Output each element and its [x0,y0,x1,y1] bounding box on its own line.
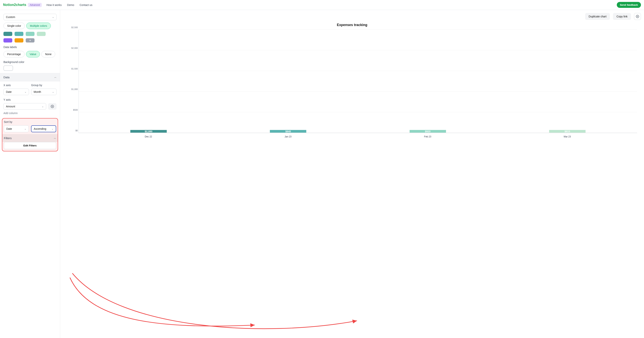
duplicate-chart-button[interactable]: Duplicate chart [585,13,610,20]
background-color-swatch[interactable] [4,65,13,71]
multiple-colors-button[interactable]: Multiple colors [26,22,50,29]
chevron-down-icon: ⌄ [24,91,26,93]
xaxis-label: X axis [4,84,29,87]
content-area: Duplicate chart Copy link Expenses track… [60,10,644,338]
background-color-title: Background color [4,60,56,64]
sortby-field-select[interactable]: Date ⌄ [4,125,29,132]
yaxis-select[interactable]: Amount ⌄ [4,103,46,110]
y-tick-label: $500 [67,109,78,111]
chevron-up-icon: ︿ [54,76,56,79]
sortby-label: Sort by [4,120,56,124]
single-color-button[interactable]: Single color [4,22,25,29]
groupby-select[interactable]: Month ⌄ [31,89,57,95]
groupby-label: Group by [31,84,57,87]
gear-icon [636,15,639,18]
y-tick-label: $2,500 [67,26,78,28]
svg-point-1 [637,16,638,17]
gear-icon [50,105,54,108]
send-feedback-button[interactable]: Send feedback [617,2,641,8]
color-swatch[interactable] [4,38,12,42]
yaxis-value: Amount [6,105,15,108]
chevron-up-icon: ︿ [54,137,56,140]
sortby-direction-select[interactable]: Ascending ⌄ [31,125,56,132]
chart-bar: $920 [410,130,446,133]
edit-filters-button[interactable]: Edit Filters [4,142,56,149]
bar-value-label: $615 [564,130,570,133]
top-nav: Notion2charts Advanced How it works Demo… [0,0,644,10]
x-tick-label: Feb 23 [358,133,498,138]
bar-value-label: $920 [425,130,430,133]
x-tick-label: Mar 23 [498,133,637,138]
bar-value-label: $2,080 [145,130,152,133]
nav-contact[interactable]: Contact us [80,3,92,6]
copy-link-button[interactable]: Copy link [613,13,631,20]
color-swatch[interactable] [26,32,34,36]
color-swatch[interactable] [37,32,46,36]
add-color-button[interactable]: + [26,38,34,42]
yaxis-settings-button[interactable] [48,103,56,110]
nav-demo[interactable]: Demo [67,3,74,6]
chart-bar: $840 [270,130,306,133]
data-labels-percentage[interactable]: Percentage [4,51,24,57]
palette-select-value: Custom [6,15,15,18]
brand-logo[interactable]: Notion2charts [3,3,26,7]
color-swatch[interactable] [14,38,24,42]
filters-title: Filters [4,137,12,140]
svg-point-0 [52,106,53,107]
chart-title: Expenses tracking [67,23,637,27]
chart-plot: $2,080$840$920$615 $0$500$1,000$1,500$2,… [78,30,637,133]
chevron-down-icon: ⌄ [52,91,54,93]
chevron-down-icon: ⌄ [52,128,54,130]
annotation-highlight-box: Sort by Date ⌄ Ascending ⌄ Filters ︿ [2,118,58,151]
chevron-down-icon: ⌄ [52,16,54,18]
plan-badge: Advanced [28,3,42,7]
color-swatch[interactable] [4,32,12,36]
x-tick-label: Jan 23 [218,133,358,138]
chart-settings-button[interactable] [634,13,641,20]
color-swatch[interactable] [14,32,24,36]
y-tick-label: $1,500 [67,68,78,70]
data-section-header[interactable]: Data ︿ [0,73,60,81]
nav-links: How it works Demo Contact us [46,3,92,6]
chart: Expenses tracking $2,080$840$920$615 $0$… [63,23,641,138]
bar-value-label: $840 [286,130,291,133]
sortby-field-value: Date [6,127,12,130]
palette-select[interactable]: Custom ⌄ [4,14,56,20]
chart-bar: $2,080 [130,130,167,133]
chart-bar: $615 [549,130,586,133]
nav-how-it-works[interactable]: How it works [46,3,62,6]
data-labels-title: Data labels [4,45,56,49]
data-labels-none[interactable]: None [42,51,55,57]
data-labels-value[interactable]: Value [26,51,40,57]
y-tick-label: $1,000 [67,88,78,90]
add-column-link[interactable]: Add column [4,112,18,115]
sortby-direction-value: Ascending [34,127,46,130]
yaxis-label: Y axis [4,98,56,101]
y-tick-label: $2,000 [67,47,78,49]
groupby-value: Month [34,90,41,93]
chevron-down-icon: ⌄ [24,128,26,130]
xaxis-select[interactable]: Date ⌄ [4,89,29,95]
filters-section-header[interactable]: Filters ︿ [2,134,58,142]
sidebar: Custom ⌄ Single color Multiple colors + … [0,10,60,338]
y-tick-label: $0 [67,129,78,132]
xaxis-value: Date [6,90,12,93]
data-section-title: Data [4,76,10,79]
color-swatch-grid: + [4,32,56,42]
chevron-down-icon: ⌄ [42,105,44,108]
x-tick-label: Dec 22 [78,133,218,138]
